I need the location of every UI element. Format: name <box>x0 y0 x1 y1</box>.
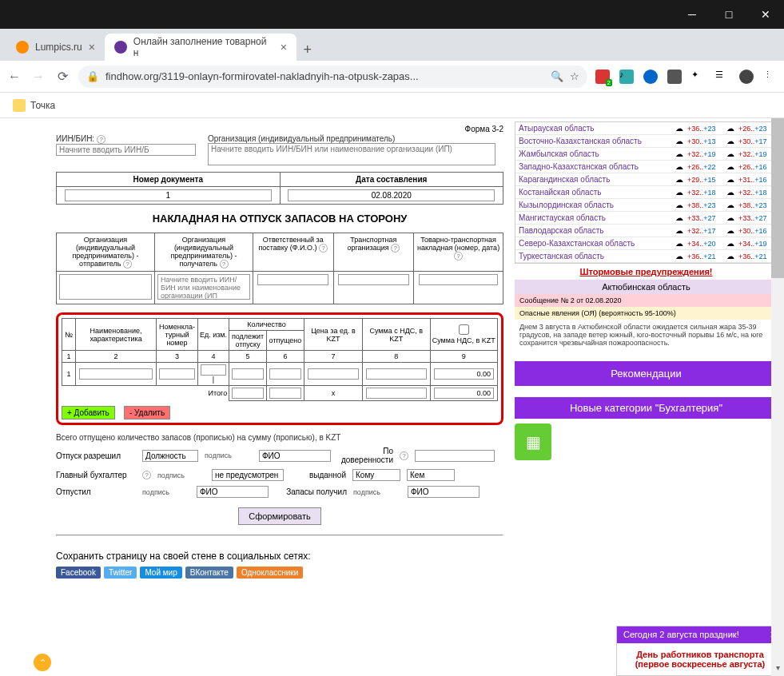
tab-findhow[interactable]: Онлайн заполнение товарной н × <box>105 34 296 61</box>
weather-row[interactable]: Северо-Казахстанская область☁+34..+20☁+3… <box>515 237 777 250</box>
position-input[interactable] <box>142 450 198 462</box>
weather-row[interactable]: Костанайская область☁+32..+18☁+32..+18 <box>515 186 777 199</box>
org-table: Организация (индивидуальный предпринимат… <box>56 233 503 304</box>
item-nomen-input[interactable] <box>159 368 194 380</box>
fio-input[interactable] <box>259 450 331 462</box>
weather-row[interactable]: Карагандинская область☁+29..+15☁+31..+16 <box>515 173 777 186</box>
help-icon[interactable]: ? <box>400 451 408 460</box>
scrollbar[interactable]: ▴ ▾ <box>771 118 784 676</box>
favicon-icon <box>114 41 127 54</box>
colnum: 2 <box>75 351 156 363</box>
weather-row[interactable]: Атырауская область☁+36..+23☁+26..+23 <box>515 122 777 135</box>
minimize-button[interactable]: ─ <box>674 0 710 29</box>
iin-input[interactable] <box>56 144 196 156</box>
help-icon[interactable]: ? <box>220 260 229 268</box>
extension-icon[interactable]: 2 <box>595 70 610 84</box>
total-due <box>232 388 264 399</box>
tab-lumpics[interactable]: Lumpics.ru × <box>6 34 105 61</box>
received-fio-input[interactable] <box>408 486 480 498</box>
colnum: 3 <box>157 351 198 363</box>
total-x: x <box>304 386 362 401</box>
item-unit-input[interactable] <box>201 364 227 376</box>
weather-row[interactable]: Павлодарская область☁+32..+17☁+30..+16 <box>515 225 777 237</box>
col-unit: Ед. изм. <box>197 319 229 351</box>
search-icon[interactable]: 🔍 <box>551 70 563 82</box>
item-vat-input[interactable] <box>434 368 495 380</box>
close-tab-icon[interactable]: × <box>281 41 287 54</box>
ok-button[interactable]: Одноклассники <box>237 567 303 579</box>
scroll-top-button[interactable]: ⌃ <box>34 654 51 671</box>
weather-row[interactable]: Мангистауская область☁+33..+27☁+33..+27 <box>515 212 777 225</box>
org-label: Организация (индивидуальный предпринимат… <box>208 134 395 143</box>
star-icon[interactable]: ☆ <box>570 70 579 82</box>
item-qty-rel-input[interactable] <box>269 368 301 380</box>
ttn-input[interactable] <box>419 274 499 285</box>
sign-label: подпись <box>142 488 190 496</box>
extensions-icon[interactable]: ✦ <box>691 70 706 84</box>
date-input[interactable] <box>288 189 495 201</box>
help-icon[interactable]: ? <box>142 471 151 479</box>
help-icon[interactable]: ? <box>123 260 132 268</box>
item-qty-due-input[interactable] <box>232 368 264 380</box>
issued-label: выданной <box>290 471 346 479</box>
date-header: Дата составления <box>280 173 503 187</box>
maximize-button[interactable]: □ <box>710 0 747 29</box>
close-tab-icon[interactable]: × <box>89 41 95 54</box>
proxy-input[interactable] <box>415 450 495 462</box>
received-label: Запасы получил <box>275 487 347 496</box>
moimir-button[interactable]: Мой мир <box>140 567 181 579</box>
colnum: 6 <box>266 351 304 363</box>
chief-input[interactable] <box>212 469 284 481</box>
close-button[interactable]: ✕ <box>747 0 784 29</box>
vk-button[interactable]: ВКонтакте <box>185 567 233 579</box>
vat-checkbox[interactable] <box>434 324 495 335</box>
add-button[interactable]: + Добавить <box>62 406 115 420</box>
extension-icon[interactable] <box>643 70 658 84</box>
generate-button[interactable]: Сформировать <box>238 507 321 525</box>
item-sum-input[interactable] <box>366 368 426 380</box>
transport-input[interactable] <box>338 274 409 285</box>
warning-box: Опасные явления (ОЯ) (вероятность 95-100… <box>515 307 778 320</box>
facebook-button[interactable]: Facebook <box>56 567 101 579</box>
bookmarks-bar: Точка <box>0 93 784 118</box>
released-fio-input[interactable] <box>197 486 269 498</box>
storm-warning[interactable]: Штормовые предупреждения! <box>515 264 778 280</box>
by-whom-input[interactable] <box>407 469 455 481</box>
help-icon[interactable]: ? <box>97 135 105 144</box>
url-input[interactable]: 🔒 findhow.org/3119-onlayn-formirovatel-n… <box>78 66 587 88</box>
org-input[interactable] <box>208 143 495 165</box>
item-price-input[interactable] <box>308 368 360 380</box>
receiver-input[interactable] <box>157 274 250 300</box>
weather-row[interactable]: Западно-Казахстанская область☁+26..+22☁+… <box>515 161 777 173</box>
twitter-button[interactable]: Twitter <box>104 567 137 579</box>
weather-row[interactable]: Кызылординская область☁+38..+23☁+38..+23 <box>515 199 777 212</box>
forward-button[interactable]: → <box>30 69 46 85</box>
weather-row[interactable]: Туркестанская область☁+36..+21☁+36..+21 <box>515 250 777 263</box>
help-icon[interactable]: ? <box>454 252 463 260</box>
weather-row[interactable]: Жамбылская область☁+32..+19☁+32..+19 <box>515 148 777 161</box>
scroll-thumb[interactable] <box>771 118 784 278</box>
reading-list-icon[interactable]: ☰ <box>715 70 730 84</box>
extension-icon[interactable]: ♪ <box>619 70 634 84</box>
new-tab-button[interactable]: + <box>296 38 319 61</box>
reload-button[interactable]: ⟳ <box>54 69 70 85</box>
popup-header: Сегодня 2 августа праздник! <box>623 630 739 640</box>
extension-icon[interactable] <box>667 70 682 84</box>
whom-input[interactable] <box>352 469 400 481</box>
tab-title: Lumpics.ru <box>35 42 82 53</box>
delete-button[interactable]: - Удалить <box>124 406 170 420</box>
doc-no-input[interactable] <box>65 189 272 201</box>
help-icon[interactable]: ? <box>319 244 328 253</box>
menu-icon[interactable]: ⋮ <box>763 70 778 84</box>
help-icon[interactable]: ? <box>391 244 400 253</box>
folder-icon <box>13 99 26 112</box>
bookmark-item[interactable]: Точка <box>30 100 55 111</box>
responsible-input[interactable] <box>257 274 328 285</box>
calculator-icon[interactable]: ▦ <box>515 423 551 460</box>
item-name-input[interactable] <box>79 368 153 380</box>
back-button[interactable]: ← <box>6 69 22 85</box>
weather-row[interactable]: Восточно-Казахстанская область☁+30..+13☁… <box>515 135 777 148</box>
profile-icon[interactable] <box>739 70 754 84</box>
scroll-down-icon[interactable]: ▾ <box>771 663 784 676</box>
sender-input[interactable] <box>59 274 152 300</box>
